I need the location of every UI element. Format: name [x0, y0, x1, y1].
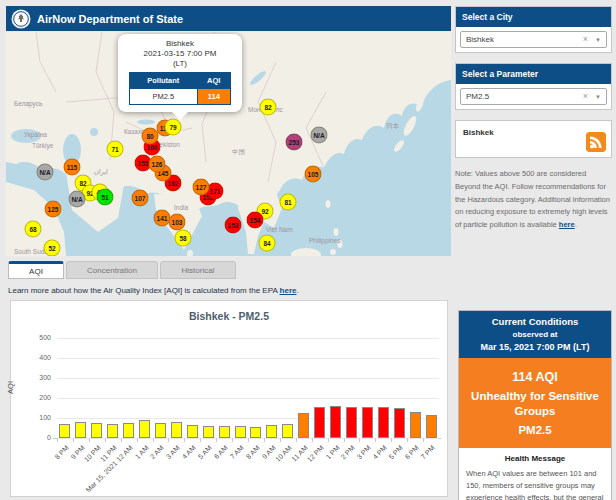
- popup-aqi-header: AQI: [197, 73, 230, 89]
- chart-gridline: [57, 398, 439, 399]
- chart-bar[interactable]: [187, 425, 198, 438]
- chart-bar[interactable]: [282, 424, 293, 438]
- chart-y-tick-label: 300: [17, 374, 51, 381]
- chart-bar[interactable]: [123, 423, 134, 438]
- map-place-label: Việt Nam: [266, 226, 293, 233]
- chart-x-tick: [232, 438, 233, 442]
- aqi-marker[interactable]: 81: [280, 194, 297, 211]
- rss-feed-icon[interactable]: [586, 132, 606, 152]
- parameter-clear-icon[interactable]: ×: [583, 92, 588, 101]
- chart-bar[interactable]: [139, 420, 150, 438]
- chart-y-tick-label: 500: [17, 334, 51, 341]
- current-aqi-value: 114 AQI: [465, 370, 605, 384]
- aqi-marker[interactable]: 51: [97, 189, 114, 206]
- chart-x-tick: [264, 438, 265, 442]
- aqi-marker[interactable]: 52: [44, 240, 61, 257]
- city-select[interactable]: Bishkek × ▼: [460, 31, 607, 48]
- select-city-card: Select a City Bishkek × ▼: [455, 6, 612, 53]
- city-chevron-down-icon[interactable]: ▼: [595, 37, 601, 43]
- beyond-aqi-note: Note: Values above 500 are considered Be…: [455, 168, 612, 232]
- aqi-marker[interactable]: 154: [247, 212, 264, 229]
- aqi-marker[interactable]: 68: [25, 221, 42, 238]
- popup-datetime: 2021-03-15 7:00 PM: [121, 49, 239, 59]
- chart-title: Bishkek - PM2.5: [11, 310, 447, 322]
- aqi-marker[interactable]: 79: [165, 119, 182, 136]
- chart-bar[interactable]: [298, 413, 309, 438]
- chart-bar[interactable]: [266, 425, 277, 438]
- chart-bar[interactable]: [330, 406, 341, 438]
- chart-x-tick: [407, 438, 408, 442]
- chart-x-tick: [168, 438, 169, 442]
- aqi-marker[interactable]: 127: [193, 179, 210, 196]
- aqi-marker[interactable]: N/A: [311, 127, 328, 144]
- map-place-label: 日本: [386, 122, 399, 131]
- chart-bar[interactable]: [59, 424, 70, 438]
- note-here-link[interactable]: here: [559, 220, 575, 229]
- chart-bar[interactable]: [394, 408, 405, 438]
- chart-x-tick: [344, 438, 345, 442]
- map-place-label: Türkiye: [32, 142, 53, 149]
- aqi-marker[interactable]: 153: [225, 217, 242, 234]
- chart-bar[interactable]: [378, 407, 389, 438]
- map-place-label: Philippines: [309, 237, 340, 244]
- aqi-marker[interactable]: 115: [64, 159, 81, 176]
- current-conditions-panel: Current Conditions observed at Mar 15, 2…: [458, 310, 612, 500]
- chart-x-tick: [57, 438, 58, 442]
- chart-bar[interactable]: [426, 415, 437, 438]
- chart-bar[interactable]: [155, 423, 166, 438]
- aqi-marker[interactable]: 103: [169, 214, 186, 231]
- chart-x-tick: [105, 438, 106, 442]
- aqi-marker[interactable]: 58: [175, 230, 192, 247]
- chart-x-tick: [200, 438, 201, 442]
- learn-more-text: Learn more about how the Air Quality Ind…: [8, 286, 280, 295]
- aqi-marker[interactable]: 84: [259, 235, 276, 252]
- tab-historical[interactable]: Historical: [160, 261, 236, 279]
- chart-bar[interactable]: [410, 412, 421, 438]
- aqi-marker[interactable]: 82: [260, 99, 277, 116]
- aqi-map[interactable]: БеларусьУкраїнаTürkiyeКазахстанOʻzbekist…: [6, 32, 451, 256]
- health-message-section: Health Message When AQI values are betwe…: [459, 448, 611, 500]
- app-title: AirNow Department of State: [37, 13, 183, 25]
- health-message-text: When AQI values are between 101 and 150,…: [466, 468, 604, 500]
- chart-bar[interactable]: [75, 422, 86, 438]
- map-place-label: ایران: [94, 168, 108, 176]
- chart-bar[interactable]: [203, 426, 214, 438]
- aqi-marker[interactable]: 105: [305, 166, 322, 183]
- popup-pollutant-header: Pollutant: [130, 73, 198, 89]
- tab-bar: AQI Concentration Historical: [8, 261, 236, 279]
- chart-gridline: [57, 358, 439, 359]
- chart-y-tick-label: 0: [17, 434, 51, 441]
- chart-x-tick: [359, 438, 360, 442]
- chart-bar[interactable]: [250, 427, 261, 438]
- chart-x-tick: [121, 438, 122, 442]
- aqi-marker[interactable]: 253: [286, 134, 303, 151]
- chart-bar[interactable]: [107, 424, 118, 438]
- aqi-marker[interactable]: 107: [132, 190, 149, 207]
- city-clear-icon[interactable]: ×: [583, 35, 588, 44]
- aqi-marker[interactable]: N/A: [69, 191, 86, 208]
- aqi-marker[interactable]: 126: [149, 156, 166, 173]
- chart-bar[interactable]: [235, 426, 246, 438]
- tab-concentration[interactable]: Concentration: [66, 261, 158, 279]
- chart-bar[interactable]: [314, 407, 325, 438]
- aqi-marker[interactable]: 125: [45, 201, 62, 218]
- popup-timezone: (LT): [121, 59, 239, 69]
- chart-x-tick: [89, 438, 90, 442]
- chart-bar[interactable]: [362, 407, 373, 438]
- aqi-marker[interactable]: 71: [107, 141, 124, 158]
- parameter-chevron-down-icon[interactable]: ▼: [595, 94, 601, 100]
- chart-bar[interactable]: [346, 407, 357, 438]
- tab-aqi[interactable]: AQI: [8, 261, 64, 279]
- city-feed-card: Bishkek: [455, 120, 612, 158]
- state-department-seal-icon: [11, 9, 31, 29]
- city-select-value: Bishkek: [466, 35, 583, 44]
- popup-city: Bishkek: [121, 39, 239, 49]
- popup-aqi-value: 114: [197, 89, 230, 105]
- parameter-select[interactable]: PM2.5 × ▼: [460, 88, 607, 105]
- select-parameter-card: Select a Parameter PM2.5 × ▼: [455, 63, 612, 110]
- chart-bar[interactable]: [219, 426, 230, 438]
- learn-more-here-link[interactable]: here: [280, 286, 297, 295]
- aqi-marker[interactable]: N/A: [37, 164, 54, 181]
- chart-bar[interactable]: [171, 422, 182, 438]
- chart-bar[interactable]: [91, 423, 102, 438]
